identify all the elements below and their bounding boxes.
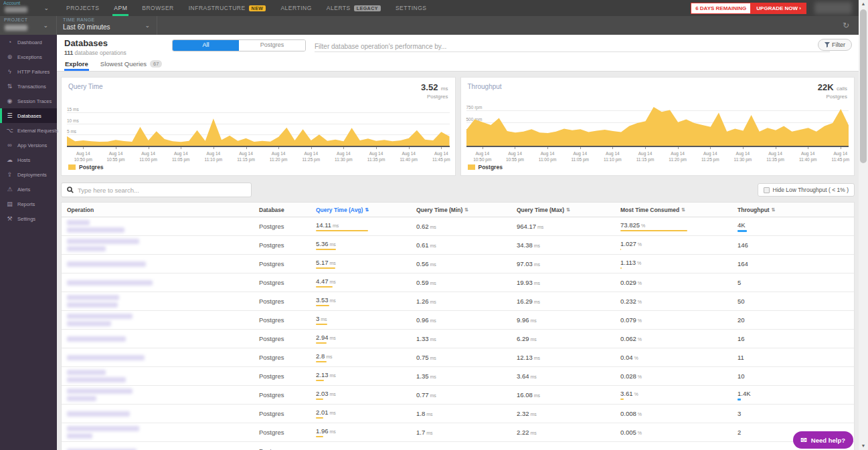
- scroll-down-arrow[interactable]: ▼: [859, 442, 868, 450]
- throughput-chart[interactable]: 750 rpm500 rpm250 rpm: [466, 106, 849, 146]
- x-axis-label: Aug 1411:30 pm: [726, 150, 760, 162]
- x-axis-tick: [483, 147, 483, 149]
- column-header-most-time-consumed[interactable]: Most Time Consumed⇅: [620, 207, 737, 213]
- search-input[interactable]: [78, 187, 246, 194]
- chevron-down-icon: ⌄: [145, 23, 150, 29]
- table-row-partial[interactable]: Postgres: [62, 442, 854, 450]
- column-header-query-time-avg-[interactable]: Query Time (Avg)⇅: [316, 207, 416, 213]
- query-time-chart[interactable]: 15 ms10 ms5 ms: [67, 106, 450, 146]
- nav-item-alerting[interactable]: ALERTING: [280, 0, 311, 16]
- table-row[interactable]: Postgres2.94 ms1.33 ms6.29 ms0.062 %16: [62, 330, 854, 348]
- query-time-max-value: 6.29: [517, 335, 529, 342]
- operation-cell[interactable]: [67, 314, 259, 326]
- nav-item-browser[interactable]: BROWSER: [142, 0, 173, 16]
- table-row[interactable]: Postgres5.36 ms0.61 ms34.38 ms1.027 %146: [62, 236, 854, 255]
- table-row[interactable]: Postgres14.11 ms0.62 ms964.17 ms73.825 %…: [62, 217, 854, 236]
- table-row[interactable]: Postgres5.17 ms0.56 ms97.03 ms1.113 %164: [62, 255, 854, 273]
- filter-button[interactable]: Filter: [818, 39, 852, 51]
- column-header-query-time-max-[interactable]: Query Time (Max)⇅: [517, 207, 620, 213]
- operation-cell[interactable]: [67, 261, 259, 267]
- tab-slowest-queries[interactable]: Slowest Queries 67: [100, 58, 163, 71]
- table-row[interactable]: Postgres4.47 ms0.59 ms19.93 ms0.029 %5: [62, 273, 854, 292]
- operation-cell[interactable]: [67, 280, 259, 286]
- need-help-button[interactable]: ✉ Need help?: [793, 431, 853, 449]
- trial-banner[interactable]: 6 DAYS REMAINING UPGRADE NOW ›: [691, 3, 806, 14]
- sidebar-item-exceptions[interactable]: ⊛Exceptions: [0, 49, 57, 64]
- sort-icon[interactable]: ⇅: [365, 207, 369, 213]
- sidebar-item-transactions[interactable]: ⇅Transactions: [0, 79, 57, 94]
- nav-item-alerts[interactable]: ALERTSLEGACY: [327, 0, 381, 16]
- query-time-avg: 3.53 ms: [316, 296, 416, 306]
- database-cell: Postgres: [259, 279, 316, 286]
- operation-cell[interactable]: [67, 336, 259, 342]
- most-time-consumed-unit: %: [633, 356, 638, 360]
- throughput-value: 2: [737, 429, 741, 436]
- sidebar-item-alerts[interactable]: ⚠Alerts: [0, 182, 57, 197]
- upgrade-now-button[interactable]: UPGRADE NOW ›: [751, 3, 806, 14]
- sidebar-item-external-requests[interactable]: ⌥External Requests: [0, 123, 57, 138]
- operation-cell[interactable]: [67, 239, 259, 251]
- sidebar-item-dashboard[interactable]: ◔Dashboard: [0, 35, 57, 49]
- sort-icon[interactable]: ⇅: [681, 207, 685, 213]
- query-time-max: 97.03 ms: [517, 260, 620, 267]
- sidebar-item-databases[interactable]: ☰Databases: [0, 108, 57, 123]
- project-switcher[interactable]: PROJECT ⌄: [0, 16, 57, 35]
- x-axis-label: Aug 1411:25 pm: [693, 150, 727, 162]
- time-range-select[interactable]: TIME RANGE Last 60 minutes ⌄: [57, 16, 157, 35]
- nav-item-settings[interactable]: SETTINGS: [396, 0, 427, 16]
- account-switcher[interactable]: Account ⌄: [0, 0, 57, 16]
- toggle-all-button[interactable]: All: [173, 40, 239, 51]
- sidebar-item-session-traces[interactable]: ◉Session Traces: [0, 94, 57, 108]
- filter-input[interactable]: [315, 41, 830, 52]
- sort-icon[interactable]: ⇅: [566, 207, 570, 213]
- operation-cell[interactable]: [67, 295, 259, 308]
- table-row[interactable]: Postgres2.03 ms0.77 ms16.08 ms3.61 %1.4K: [62, 386, 854, 405]
- search-box[interactable]: [61, 183, 252, 197]
- sidebar-item-deployments[interactable]: ⇪Deployments: [0, 167, 57, 182]
- query-time-min-value: 0.61: [416, 241, 429, 249]
- hide-low-checkbox[interactable]: [764, 187, 770, 193]
- query-time-avg: 2.03 ms: [316, 390, 416, 400]
- operation-name-redacted: [67, 227, 124, 233]
- x-axis-label: Aug 1410:55 pm: [498, 150, 531, 162]
- nav-item-apm[interactable]: APM: [114, 0, 127, 16]
- sort-icon[interactable]: ⇅: [772, 207, 776, 213]
- sidebar-item-http-failures[interactable]: ϟHTTP Failures: [0, 64, 57, 79]
- toggle-postgres-button[interactable]: Postgres: [239, 40, 305, 51]
- sidebar-item-reports[interactable]: ▤Reports: [0, 197, 57, 211]
- x-axis-date: Aug 14: [628, 150, 662, 156]
- table-row[interactable]: Postgres3.53 ms1.26 ms16.29 ms0.232 %50: [62, 292, 854, 311]
- scrollbar-thumb[interactable]: [860, 9, 867, 163]
- query-time-min-unit: ms: [429, 356, 436, 360]
- query-time-min-value: 1.26: [416, 298, 429, 305]
- operation-cell[interactable]: [67, 426, 259, 439]
- query-time-avg-value: 5.36: [316, 240, 329, 247]
- sidebar-item-app-versions[interactable]: ∞App Versions: [0, 138, 57, 152]
- scroll-up-arrow[interactable]: ▲: [859, 0, 868, 8]
- query-time-min-unit: ms: [429, 374, 436, 379]
- table-row[interactable]: Postgres3 ms0.96 ms9.96 ms0.079 %20: [62, 311, 854, 330]
- nav-item-projects[interactable]: PROJECTS: [66, 0, 99, 16]
- envelope-icon: ✉: [801, 436, 807, 445]
- operation-cell[interactable]: [67, 370, 259, 382]
- table-row[interactable]: Postgres2.13 ms1.35 ms3.64 ms0.028 %10: [62, 367, 854, 386]
- operation-cell[interactable]: [67, 220, 259, 233]
- refresh-icon[interactable]: ↻: [843, 16, 859, 35]
- operation-cell[interactable]: [67, 355, 259, 360]
- column-header-query-time-min-[interactable]: Query Time (Min)⇅: [416, 207, 517, 213]
- hide-low-throughput-toggle[interactable]: Hide Low Throughput ( < 1% ): [758, 183, 855, 197]
- x-axis-label: Aug 1411:15 pm: [230, 150, 263, 162]
- table-row[interactable]: Postgres2.01 ms1.8 ms2.32 ms0.008 %3: [62, 405, 854, 423]
- table-row[interactable]: Postgres2.8 ms0.75 ms12.13 ms0.04 %11: [62, 348, 854, 367]
- table-row[interactable]: Postgres1.96 ms1.7 ms2.22 ms0.005 %2: [62, 423, 854, 442]
- sidebar-item-hosts[interactable]: ☁Hosts: [0, 152, 57, 167]
- vertical-scrollbar[interactable]: ▲ ▼: [859, 0, 868, 450]
- user-menu-redacted[interactable]: [814, 2, 852, 14]
- sidebar-item-settings[interactable]: ⚒Settings: [0, 211, 57, 226]
- tab-explore[interactable]: Explore: [64, 58, 89, 71]
- operation-cell[interactable]: [67, 388, 259, 401]
- column-header-throughput[interactable]: Throughput⇅: [737, 207, 854, 213]
- sort-icon[interactable]: ⇅: [464, 207, 468, 213]
- operation-cell[interactable]: [67, 411, 259, 417]
- nav-item-infrastructure[interactable]: INFRASTRUCTURENEW: [189, 0, 266, 16]
